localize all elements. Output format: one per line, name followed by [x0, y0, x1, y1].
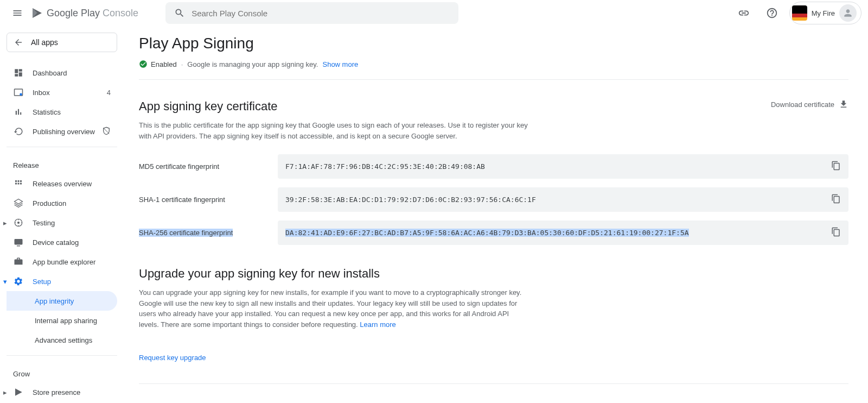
copy-md5-button[interactable] — [831, 161, 841, 172]
sidebar-item-advanced-settings[interactable]: Advanced settings — [7, 330, 117, 350]
app-icon — [792, 5, 807, 21]
logo[interactable]: Google Play Console — [30, 7, 138, 20]
section-description: This is the public certificate for the a… — [139, 120, 529, 141]
grow-section-label: Grow — [7, 361, 117, 382]
sidebar-item-bundle-explorer[interactable]: App bundle explorer — [7, 252, 117, 272]
download-certificate-button[interactable]: Download certificate — [771, 99, 848, 109]
section-description: You can upgrade your app signing key for… — [139, 287, 529, 330]
inbox-icon — [13, 87, 24, 98]
caret-right-icon: ▸ — [3, 388, 11, 396]
request-key-upgrade-link[interactable]: Request key upgrade — [139, 354, 206, 362]
md5-label: MD5 certificate fingerprint — [139, 162, 278, 171]
sidebar-item-production[interactable]: Production — [7, 193, 117, 213]
sha1-row: SHA-1 certificate fingerprint 39:2F:58:3… — [139, 187, 848, 212]
gear-icon — [13, 276, 24, 287]
help-button[interactable] — [761, 2, 783, 24]
sidebar-item-statistics[interactable]: Statistics — [7, 102, 117, 122]
avatar[interactable] — [839, 4, 857, 22]
app-name: My Fire — [812, 9, 835, 17]
caret-right-icon: ▸ — [3, 219, 11, 227]
copy-sha256-button[interactable] — [831, 227, 841, 238]
sha1-label: SHA-1 certificate fingerprint — [139, 196, 278, 204]
download-icon — [839, 99, 848, 109]
link-icon-button[interactable] — [733, 2, 755, 24]
sha1-value: 39:2F:58:3E:AB:EA:DC:D1:79:92:D7:D6:0C:B… — [285, 196, 825, 204]
search-input[interactable] — [192, 9, 450, 18]
sidebar-item-setup[interactable]: ▾ Setup — [7, 272, 117, 291]
arrow-left-icon — [14, 37, 23, 47]
store-icon — [13, 387, 24, 398]
production-icon — [13, 198, 24, 209]
sidebar-item-app-integrity[interactable]: App integrity — [7, 291, 117, 311]
logo-text: Google Play Console — [47, 8, 138, 19]
menu-button[interactable] — [7, 2, 28, 24]
show-more-link[interactable]: Show more — [322, 60, 358, 68]
copy-sha1-button[interactable] — [831, 194, 841, 205]
sidebar: All apps Dashboard Inbox 4 Statistics Pu… — [0, 26, 124, 403]
sha256-row: SHA-256 certificate fingerprint DA:82:41… — [139, 221, 848, 245]
check-circle-icon — [139, 60, 148, 68]
header: Google Play Console My Fire — [0, 0, 868, 26]
sidebar-item-device-catalog[interactable]: Device catalog — [7, 232, 117, 252]
releases-icon — [13, 178, 24, 189]
upgrade-section: Upgrade your app signing key for new ins… — [139, 267, 848, 362]
sidebar-item-store-presence[interactable]: ▸ Store presence — [7, 382, 117, 402]
section-title: App signing key certificate — [139, 99, 278, 114]
sha256-label: SHA-256 certificate fingerprint — [139, 229, 278, 237]
md5-value: F7:1A:AF:78:7F:96:DB:4C:2C:95:3E:40:2B:4… — [285, 162, 825, 171]
statistics-icon — [13, 106, 24, 117]
page-title: Play App Signing — [139, 35, 848, 52]
search-icon — [174, 8, 185, 18]
section-title: Upgrade your app signing key for new ins… — [139, 267, 380, 281]
copy-icon — [831, 194, 841, 204]
search-bar[interactable] — [165, 2, 458, 24]
hamburger-icon — [12, 8, 23, 18]
status-line: Enabled · Google is managing your app si… — [139, 60, 848, 80]
sha256-value: DA:82:41:AD:E9:6F:27:BC:AD:B7:A5:9F:58:6… — [285, 229, 825, 237]
sidebar-item-testing[interactable]: ▸ Testing — [7, 213, 117, 232]
main-content: Play App Signing Enabled · Google is man… — [124, 26, 868, 403]
play-console-icon — [30, 7, 43, 20]
md5-row: MD5 certificate fingerprint F7:1A:AF:78:… — [139, 154, 848, 179]
help-icon — [766, 7, 778, 19]
link-icon — [738, 7, 750, 19]
copy-icon — [831, 161, 841, 171]
learn-more-link[interactable]: Learn more — [360, 320, 395, 329]
svg-point-0 — [20, 93, 22, 96]
publishing-icon — [13, 126, 24, 137]
app-selector[interactable]: My Fire — [789, 2, 861, 24]
sidebar-item-publishing[interactable]: Publishing overview — [7, 122, 117, 141]
app-signing-section: App signing key certificate Download cer… — [139, 99, 848, 245]
managed-publishing-icon — [102, 127, 111, 137]
release-section-label: Release — [7, 153, 117, 174]
sidebar-item-releases-overview[interactable]: Releases overview — [7, 174, 117, 193]
bundle-icon — [13, 256, 24, 267]
dashboard-icon — [13, 67, 24, 78]
person-icon — [843, 8, 853, 18]
all-apps-button[interactable]: All apps — [7, 33, 117, 52]
caret-down-icon: ▾ — [3, 278, 11, 286]
copy-icon — [831, 227, 841, 237]
svg-point-2 — [18, 222, 20, 224]
sidebar-item-inbox[interactable]: Inbox 4 — [7, 83, 117, 102]
sidebar-item-dashboard[interactable]: Dashboard — [7, 63, 117, 83]
device-icon — [13, 237, 24, 248]
sidebar-item-internal-sharing[interactable]: Internal app sharing — [7, 311, 117, 330]
testing-icon — [13, 217, 24, 228]
